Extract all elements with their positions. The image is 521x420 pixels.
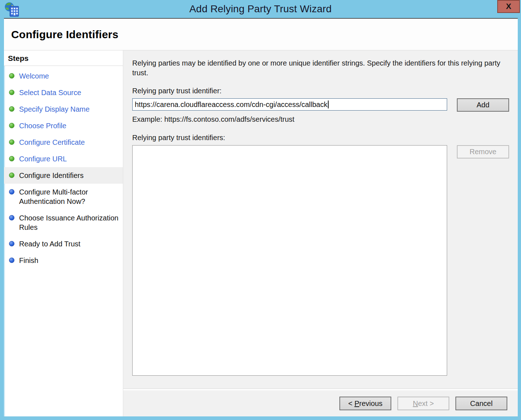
sidebar-item-choose-profile[interactable]: Choose Profile xyxy=(4,117,123,134)
next-label-suffix: > xyxy=(428,399,434,408)
sidebar-item-configure-url[interactable]: Configure URL xyxy=(4,151,123,167)
identifiers-list-label: Relying party trust identifiers: xyxy=(132,134,509,142)
next-label-accesskey: N xyxy=(413,399,418,408)
add-button-label: Add xyxy=(477,101,490,109)
step-label: Welcome xyxy=(19,71,49,81)
step-label: Ready to Add Trust xyxy=(19,239,80,249)
cancel-button-label: Cancel xyxy=(470,399,493,408)
step-label: Choose Issuance Authorization Rules xyxy=(19,213,119,232)
steps-list: WelcomeSelect Data SourceSpecify Display… xyxy=(4,66,123,416)
blue-dot-step-icon xyxy=(9,189,14,195)
step-label: Configure URL xyxy=(19,154,67,164)
green-dot-step-icon xyxy=(9,173,14,178)
blue-dot-step-icon xyxy=(9,241,14,246)
sidebar-item-ready-to-add-trust: Ready to Add Trust xyxy=(4,236,123,252)
wizard-frame: Configure Identifiers Steps WelcomeSelec… xyxy=(4,18,518,416)
close-button[interactable]: X xyxy=(497,0,520,13)
green-dot-step-icon xyxy=(9,90,14,95)
sidebar-item-configure-certificate[interactable]: Configure Certificate xyxy=(4,134,123,151)
adfs-app-icon xyxy=(4,1,19,17)
previous-label-prefix: < xyxy=(348,399,354,408)
close-icon: X xyxy=(506,3,511,10)
text-caret xyxy=(328,100,329,108)
green-dot-step-icon xyxy=(9,139,14,145)
identifiers-listbox[interactable] xyxy=(132,145,447,376)
sidebar-item-configure-multi-factor-authentication-now: Configure Multi-factor Authentication No… xyxy=(4,184,123,210)
page-title: Configure Identifiers xyxy=(11,28,119,41)
intro-text: Relying parties may be identified by one… xyxy=(132,58,507,78)
step-label: Choose Profile xyxy=(19,121,66,130)
green-dot-step-icon xyxy=(9,73,14,79)
main-content: Relying parties may be identified by one… xyxy=(123,50,518,388)
blue-dot-step-icon xyxy=(9,215,14,220)
step-label: Finish xyxy=(19,256,38,265)
next-button[interactable]: Next > xyxy=(397,397,449,410)
blue-dot-step-icon xyxy=(9,258,14,263)
sidebar-item-configure-identifiers: Configure Identifiers xyxy=(4,167,123,184)
steps-sidebar: Steps WelcomeSelect Data SourceSpecify D… xyxy=(4,50,123,416)
add-button[interactable]: Add xyxy=(457,98,509,112)
step-label: Configure Certificate xyxy=(19,138,85,147)
sidebar-item-welcome[interactable]: Welcome xyxy=(4,68,123,84)
previous-label-accesskey: P xyxy=(355,399,359,408)
sidebar-item-finish: Finish xyxy=(4,252,123,269)
footer-button-bar: < Previous Next > Cancel xyxy=(123,390,518,416)
green-dot-step-icon xyxy=(9,106,14,112)
steps-heading: Steps xyxy=(4,50,123,66)
wizard-window: Add Relying Party Trust Wizard X Configu… xyxy=(0,0,521,420)
window-title: Add Relying Party Trust Wizard xyxy=(0,0,521,18)
green-dot-step-icon xyxy=(9,156,14,161)
identifier-input-value: https://carena.cloudflareaccess.com/cdn-… xyxy=(135,100,328,109)
example-text: Example: https://fs.contoso.com/adfs/ser… xyxy=(132,115,509,124)
cancel-button[interactable]: Cancel xyxy=(455,397,507,410)
step-label: Configure Identifiers xyxy=(19,171,84,180)
relying-party-identifier-input[interactable]: https://carena.cloudflareaccess.com/cdn-… xyxy=(132,98,447,111)
step-label: Configure Multi-factor Authentication No… xyxy=(19,187,119,206)
sidebar-item-select-data-source[interactable]: Select Data Source xyxy=(4,84,123,101)
previous-button[interactable]: < Previous xyxy=(339,397,391,410)
remove-button[interactable]: Remove xyxy=(457,145,509,158)
page-header: Configure Identifiers xyxy=(4,19,518,50)
remove-button-label: Remove xyxy=(469,148,496,156)
title-bar: Add Relying Party Trust Wizard X xyxy=(0,0,521,18)
step-label: Select Data Source xyxy=(19,88,81,97)
sidebar-item-choose-issuance-authorization-rules: Choose Issuance Authorization Rules xyxy=(4,210,123,236)
main-pane: Relying parties may be identified by one… xyxy=(123,50,518,416)
previous-label-rest: revious xyxy=(359,399,382,408)
sidebar-item-specify-display-name[interactable]: Specify Display Name xyxy=(4,101,123,117)
green-dot-step-icon xyxy=(9,123,14,128)
step-label: Specify Display Name xyxy=(19,104,90,114)
next-label-rest: ext xyxy=(418,399,428,408)
identifier-field-label: Relying party trust identifier: xyxy=(132,87,509,95)
